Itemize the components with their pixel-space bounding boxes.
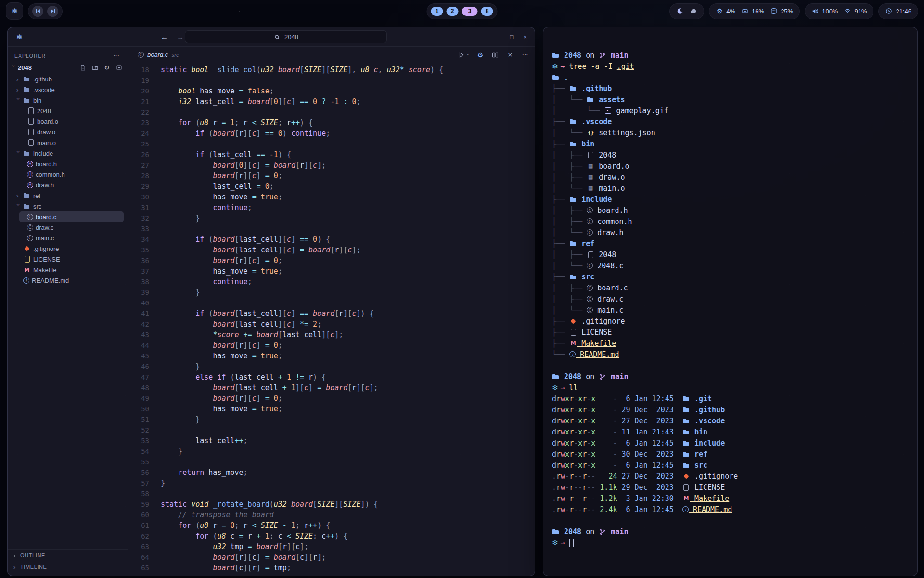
terminal-line: 2048 on main [552, 50, 909, 61]
explorer-item-README.md[interactable]: ›iREADME.md [8, 275, 128, 286]
forward-arrow-button[interactable]: → [177, 33, 184, 41]
explorer-item-2048[interactable]: 2048 [8, 105, 128, 116]
clock-icon [885, 7, 893, 15]
explorer-item-draw.o[interactable]: draw.o [8, 127, 128, 137]
explorer-item-board.o[interactable]: board.o [8, 116, 128, 127]
file-icon [682, 484, 690, 491]
new-folder-button[interactable] [91, 64, 99, 71]
terminal-line: │ ├── ▦ board.o [552, 160, 909, 171]
gear-value: 4% [726, 8, 735, 15]
disk-stat: 25% [770, 7, 793, 15]
explorer-item-.gitignore[interactable]: ›.gitignore [8, 243, 128, 254]
split-editor-button[interactable] [491, 51, 499, 59]
weather-widget[interactable] [669, 3, 704, 19]
refresh-button[interactable]: ↻ [103, 64, 111, 71]
image-icon [604, 107, 612, 115]
explorer-item-LICENSE[interactable]: ›LICENSE [8, 254, 128, 264]
efolder-icon [23, 86, 31, 93]
line-number: 55 [128, 458, 149, 466]
terminal-line: │ └── gameplay.gif [552, 105, 909, 116]
code-editor[interactable]: 18static bool _slide_col(u32 board[SIZE]… [128, 63, 535, 576]
folder-icon [587, 96, 594, 104]
moon-icon [676, 7, 684, 15]
efolder-icon [23, 202, 31, 210]
code-line-28: 28 board[r][c] = 0; [128, 171, 535, 181]
terminal-line: │ └── ▦ main.o [552, 183, 909, 194]
minimize-button[interactable]: − [497, 33, 500, 40]
folder-icon [682, 450, 690, 458]
code-line-42: 42 board[last_cell][c] *= 2; [128, 319, 535, 329]
code-line-19: 19 [128, 75, 535, 86]
explorer-more-icon[interactable]: ⋯ [113, 52, 120, 59]
close-icon: × [506, 51, 514, 59]
make-icon: M [569, 340, 577, 347]
terminal-line: ❄ → tree -a -I .git [552, 61, 909, 72]
file-label: Makefile [33, 266, 56, 274]
editor-body: EXPLORER ⋯ › 2048 ↻ ›.github›.vscode›bin… [8, 47, 535, 576]
explorer-item-.vscode[interactable]: ›.vscode [8, 84, 128, 95]
file-tree: ›.github›.vscode›bin2048board.odraw.omai… [8, 74, 128, 286]
code-line-46: 46 } [128, 361, 535, 372]
explorer-item-draw.h[interactable]: Hdraw.h [8, 180, 128, 190]
workspace-3-button[interactable]: 3 [462, 7, 478, 16]
snow-icon: ❄ [11, 7, 18, 15]
maximize-button[interactable]: □ [510, 33, 514, 40]
binary-icon: ▦ [587, 162, 594, 170]
close-button[interactable]: × [523, 33, 527, 40]
line-number: 59 [128, 500, 149, 508]
terminal-line: 2048 on main [552, 526, 909, 537]
git-icon [23, 245, 31, 252]
terminal-window[interactable]: 2048 on main❄ → tree -a -I .git .├── .gi… [543, 27, 918, 576]
explorer-item-src[interactable]: ›src [8, 201, 128, 211]
explorer-item-board.c[interactable]: Cboard.c [19, 211, 124, 222]
workspace-8-button[interactable]: 8 [481, 7, 493, 16]
new-file-button[interactable] [79, 64, 87, 71]
explorer-item-main.c[interactable]: Cmain.c [8, 233, 128, 243]
launcher-button[interactable]: ❄ [6, 2, 23, 20]
c-circle-icon: C [587, 229, 593, 236]
workspace-1-button[interactable]: 1 [431, 7, 443, 16]
section-outline[interactable]: ›OUTLINE [8, 550, 128, 561]
wifi-value: 91% [854, 8, 867, 15]
clock-widget[interactable]: 21:46 [878, 3, 918, 19]
code-line-63: 63 u32 tmp = board[r][c]; [128, 541, 535, 552]
back-arrow-button[interactable]: ← [161, 33, 168, 41]
line-number: 39 [128, 289, 149, 296]
explorer-item-main.o[interactable]: main.o [8, 137, 128, 148]
workspace-2-button[interactable]: 2 [447, 7, 459, 16]
code-line-32: 32 } [128, 213, 535, 223]
folder-icon [552, 74, 560, 81]
explorer-item-ref[interactable]: ›ref [8, 190, 128, 201]
line-number: 38 [128, 278, 149, 286]
ofile-icon [27, 128, 35, 136]
explorer-root-folder[interactable]: › 2048 ↻ [8, 62, 128, 73]
volume-network-widget[interactable]: 100%91% [805, 3, 873, 19]
section-timeline[interactable]: ›TIMELINE [8, 561, 128, 573]
explorer-item-draw.c[interactable]: Cdraw.c [8, 222, 128, 233]
tab-board-c[interactable]: C board.c src [134, 47, 183, 63]
media-prev-button[interactable] [32, 6, 43, 17]
media-next-button[interactable] [47, 6, 58, 17]
system-stats-widget[interactable]: ⚙4%16%25% [709, 3, 800, 19]
run-code-button[interactable]: › [458, 51, 469, 59]
explorer-item-.github[interactable]: ›.github [8, 74, 128, 84]
terminal-line: ├── src [552, 271, 909, 282]
code-line-64: 64 board[r][c] = board[c][r]; [128, 552, 535, 563]
line-number: 53 [128, 437, 149, 445]
collapse-folders-button[interactable] [115, 64, 123, 71]
ofile-icon [27, 118, 35, 125]
explorer-item-bin[interactable]: ›bin [8, 95, 128, 105]
terminal-line: │ ├── C board.c [552, 282, 909, 293]
explorer-item-board.h[interactable]: Hboard.h [8, 158, 128, 169]
settings-button[interactable]: ⚙ [476, 51, 484, 59]
terminal-line: │ ├── ▦ draw.o [552, 171, 909, 183]
search-box[interactable]: 2048 [185, 30, 387, 43]
more-actions-button[interactable]: ⋯ [521, 51, 529, 59]
code-line-56: 56 return has_move; [128, 467, 535, 478]
explorer-item-common.h[interactable]: Hcommon.h [8, 169, 128, 180]
explorer-item-include[interactable]: ›include [8, 148, 128, 158]
close-editor-button[interactable]: × [506, 51, 514, 59]
code-line-50: 50 has_move = true; [128, 404, 535, 414]
volume-value: 100% [822, 8, 838, 15]
explorer-item-Makefile[interactable]: ›MMakefile [8, 264, 128, 275]
